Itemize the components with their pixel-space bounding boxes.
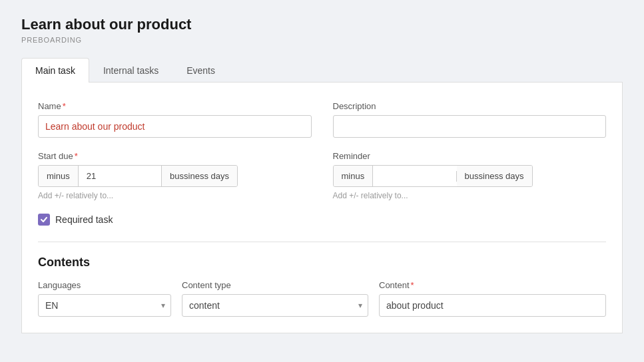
startdue-group: Start due* minus 21 bussiness days Add +… (38, 151, 312, 200)
contents-title: Contents (38, 256, 606, 270)
tab-main-task[interactable]: Main task (21, 58, 89, 83)
languages-select[interactable]: EN (39, 295, 170, 316)
form-area: Name* Description Start due* minus 21 bu… (21, 83, 623, 333)
startdue-reminder-row: Start due* minus 21 bussiness days Add +… (38, 151, 606, 200)
name-required-star: * (63, 101, 66, 111)
page-container: Learn about our product PREBOARDING Main… (0, 0, 644, 362)
tabs-bar: Main task Internal tasks Events (21, 57, 623, 83)
content-label: Content* (379, 280, 606, 290)
checkmark-icon (40, 216, 48, 224)
tab-events[interactable]: Events (172, 58, 229, 83)
startdue-days: bussiness days (162, 166, 237, 186)
name-description-row: Name* Description (38, 101, 606, 138)
reminder-date-row: minus bussiness days (333, 165, 533, 187)
reminder-days: bussiness days (457, 166, 532, 186)
description-label: Description (333, 101, 607, 111)
page-title: Learn about our product (21, 16, 623, 33)
tab-internal-tasks[interactable]: Internal tasks (89, 58, 172, 83)
startdue-add-relative[interactable]: Add +/- relatively to... (38, 191, 312, 200)
reminder-minus[interactable]: minus (334, 166, 374, 186)
reminder-add-relative[interactable]: Add +/- relatively to... (333, 191, 607, 200)
startdue-required-star: * (75, 151, 78, 161)
description-input[interactable] (333, 115, 607, 138)
required-task-label: Required task (55, 214, 113, 225)
contents-row: Languages EN ▾ Content type content ▾ (38, 280, 606, 317)
content-type-label: Content type (182, 280, 368, 290)
languages-group: Languages EN ▾ (38, 280, 171, 317)
startdue-minus[interactable]: minus (39, 166, 79, 186)
reminder-group: Reminder minus bussiness days Add +/- re… (333, 151, 607, 200)
reminder-value[interactable] (373, 171, 456, 182)
required-task-checkbox[interactable] (38, 214, 50, 226)
content-type-select-wrapper: content ▾ (182, 294, 368, 317)
languages-label: Languages (38, 280, 171, 290)
startdue-label: Start due* (38, 151, 312, 161)
name-label: Name* (38, 101, 312, 111)
required-task-row: Required task (38, 214, 606, 226)
name-input[interactable] (38, 115, 312, 138)
startdue-date-row: minus 21 bussiness days (38, 165, 238, 187)
description-group: Description (333, 101, 607, 138)
name-group: Name* (38, 101, 312, 138)
content-input[interactable] (379, 294, 606, 317)
content-type-group: Content type content ▾ (182, 280, 368, 317)
reminder-label: Reminder (333, 151, 607, 161)
content-type-select[interactable]: content (182, 295, 368, 316)
content-group: Content* (379, 280, 606, 317)
startdue-value[interactable]: 21 (79, 166, 162, 186)
section-divider (38, 242, 606, 242)
page-subtitle: PREBOARDING (21, 36, 623, 44)
content-required-star: * (411, 280, 414, 290)
languages-select-wrapper: EN ▾ (38, 294, 171, 317)
